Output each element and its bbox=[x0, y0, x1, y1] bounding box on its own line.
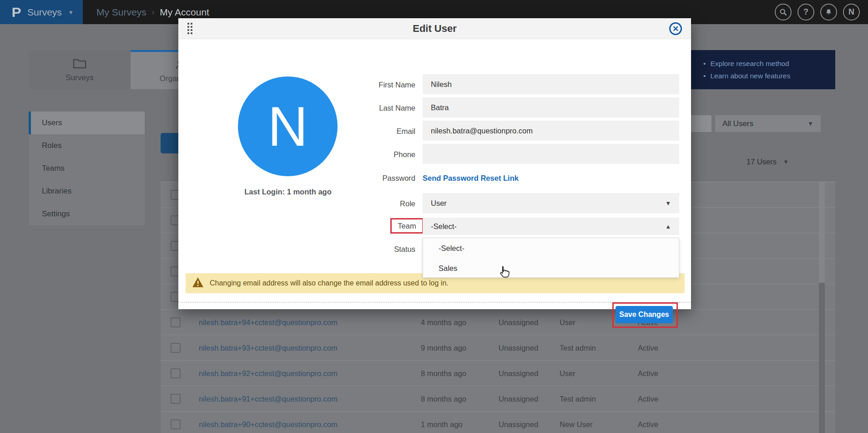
user-count-dropdown[interactable]: 17 Users ▼ bbox=[747, 158, 789, 166]
caret-down-icon: ▼ bbox=[807, 120, 813, 127]
modal-header: Edit User ✕ bbox=[178, 18, 691, 39]
modal-title: Edit User bbox=[413, 23, 457, 35]
all-users-filter-select[interactable]: All Users ▼ bbox=[715, 115, 821, 132]
caret-up-icon: ▲ bbox=[665, 223, 671, 230]
sidebar-item-roles[interactable]: Roles bbox=[29, 134, 145, 157]
phone-label: Phone bbox=[315, 150, 415, 159]
first-name-field[interactable] bbox=[423, 74, 679, 94]
team-cell: Unassigned bbox=[499, 361, 538, 386]
last-login-cell: 9 months ago bbox=[421, 335, 466, 361]
help-icon[interactable]: ? bbox=[797, 4, 814, 20]
breadcrumb-my-surveys[interactable]: My Surveys bbox=[96, 7, 146, 18]
user-email-link[interactable]: nilesh.batra+92+cctest@questionpro.com bbox=[199, 361, 338, 386]
tab-surveys-label: Surveys bbox=[66, 73, 93, 82]
sidebar-item-users[interactable]: Users bbox=[29, 112, 145, 134]
status-label: Status bbox=[315, 245, 415, 254]
email-field[interactable] bbox=[423, 121, 679, 141]
role-label: Role bbox=[315, 199, 415, 208]
last-login-cell: 8 months ago bbox=[421, 361, 466, 386]
table-row: nilesh.batra+91+cctest@questionpro.com 8… bbox=[161, 386, 835, 412]
role-cell: User bbox=[560, 310, 575, 335]
row-checkbox[interactable] bbox=[171, 343, 181, 353]
last-login-cell: 8 months ago bbox=[421, 386, 466, 412]
bullet-icon: • bbox=[703, 72, 706, 80]
first-name-label: First Name bbox=[315, 81, 415, 89]
team-select[interactable]: -Select- ▲ bbox=[423, 218, 679, 235]
user-count-label: 17 Users bbox=[747, 158, 777, 166]
role-cell: Test admin bbox=[560, 335, 596, 361]
email-label: Email bbox=[315, 127, 415, 136]
team-label-annotation: Team bbox=[390, 218, 424, 234]
table-row: nilesh.batra+93+cctest@questionpro.com 9… bbox=[161, 335, 835, 361]
drag-handle-icon[interactable] bbox=[187, 23, 193, 35]
status-cell: Active bbox=[638, 335, 658, 361]
breadcrumb-current: My Account bbox=[160, 7, 209, 18]
user-email-link[interactable]: nilesh.batra+93+cctest@questionpro.com bbox=[199, 335, 338, 361]
org-sidebar: Users Roles Teams Libraries Settings bbox=[29, 112, 145, 225]
table-scrollbar[interactable] bbox=[819, 182, 825, 433]
table-row: nilesh.batra+92+cctest@questionpro.com 8… bbox=[161, 361, 835, 386]
sidebar-item-settings[interactable]: Settings bbox=[29, 203, 145, 225]
bullet-icon: • bbox=[703, 60, 706, 67]
team-dropdown-menu: -Select- Sales bbox=[423, 238, 679, 278]
promo-link-features[interactable]: •Learn about new features bbox=[703, 72, 835, 80]
warning-text: Changing email address will also change … bbox=[210, 279, 449, 287]
role-select[interactable]: User ▼ bbox=[423, 193, 679, 213]
phone-field[interactable] bbox=[423, 144, 679, 164]
search-icon[interactable] bbox=[775, 4, 792, 20]
notifications-bell-icon[interactable] bbox=[820, 4, 837, 20]
row-checkbox[interactable] bbox=[171, 317, 181, 327]
team-cell: Unassigned bbox=[499, 310, 538, 335]
last-login-cell: 4 months ago bbox=[421, 310, 466, 335]
status-cell: Active bbox=[638, 412, 658, 433]
send-password-reset-link[interactable]: Send Password Reset Link bbox=[423, 174, 519, 183]
status-cell: Active bbox=[638, 361, 658, 386]
last-name-label: Last Name bbox=[315, 104, 415, 112]
team-select-value: -Select- bbox=[431, 222, 457, 231]
caret-down-icon: ▼ bbox=[783, 158, 789, 165]
promo-panel: •Explore research method •Learn about ne… bbox=[691, 50, 835, 89]
password-label: Password bbox=[315, 174, 415, 183]
promo-link-research[interactable]: •Explore research method bbox=[703, 60, 835, 68]
edit-user-modal: Edit User ✕ N Last Login: 1 month ago Fi… bbox=[178, 18, 691, 309]
table-row: nilesh.batra+94+cctest@questionpro.com 4… bbox=[161, 310, 835, 335]
close-icon[interactable]: ✕ bbox=[669, 22, 682, 35]
all-users-filter-value: All Users bbox=[722, 119, 753, 128]
user-email-link[interactable]: nilesh.batra+91+cctest@questionpro.com bbox=[199, 386, 338, 412]
app-switcher[interactable]: P Surveys ▾ bbox=[0, 0, 83, 24]
team-label: Team bbox=[398, 222, 416, 230]
user-avatar-large: N bbox=[238, 76, 338, 176]
row-checkbox[interactable] bbox=[171, 394, 181, 404]
row-checkbox[interactable] bbox=[171, 368, 181, 378]
row-checkbox[interactable] bbox=[171, 419, 181, 429]
questionpro-logo-icon: P bbox=[11, 5, 21, 19]
folder-icon bbox=[73, 57, 86, 69]
role-cell: User bbox=[560, 361, 575, 386]
sidebar-item-teams[interactable]: Teams bbox=[29, 157, 145, 180]
chevron-down-icon: ▾ bbox=[69, 8, 73, 16]
user-email-link[interactable]: nilesh.batra+94+cctest@questionpro.com bbox=[199, 310, 338, 335]
modal-body: N Last Login: 1 month ago First Name Las… bbox=[178, 39, 691, 309]
table-row: nilesh.batra+90+cctest@questionpro.com 1… bbox=[161, 412, 835, 433]
save-changes-button[interactable]: Save Changes bbox=[616, 306, 673, 323]
tab-surveys[interactable]: Surveys bbox=[29, 50, 131, 89]
caret-down-icon: ▼ bbox=[665, 200, 671, 207]
last-name-field[interactable] bbox=[423, 97, 679, 117]
role-cell: New User bbox=[560, 412, 592, 433]
breadcrumb-separator-icon: › bbox=[152, 8, 155, 17]
role-select-value: User bbox=[431, 199, 447, 208]
sidebar-item-libraries[interactable]: Libraries bbox=[29, 180, 145, 203]
team-cell: Unassigned bbox=[499, 386, 538, 412]
team-cell: Unassigned bbox=[499, 412, 538, 433]
role-cell: Test admin bbox=[560, 386, 596, 412]
scrollbar-thumb[interactable] bbox=[819, 283, 825, 433]
team-option-select[interactable]: -Select- bbox=[423, 238, 679, 258]
app-switcher-label: Surveys bbox=[27, 7, 62, 18]
user-avatar[interactable]: N bbox=[843, 4, 860, 20]
last-login-cell: 1 month ago bbox=[421, 412, 463, 433]
team-option-sales[interactable]: Sales bbox=[423, 258, 679, 278]
status-cell: Active bbox=[638, 386, 658, 412]
team-cell: Unassigned bbox=[499, 335, 538, 361]
last-login-text: Last Login: 1 month ago bbox=[233, 188, 343, 196]
user-email-link[interactable]: nilesh.batra+90+cctest@questionpro.com bbox=[199, 412, 338, 433]
